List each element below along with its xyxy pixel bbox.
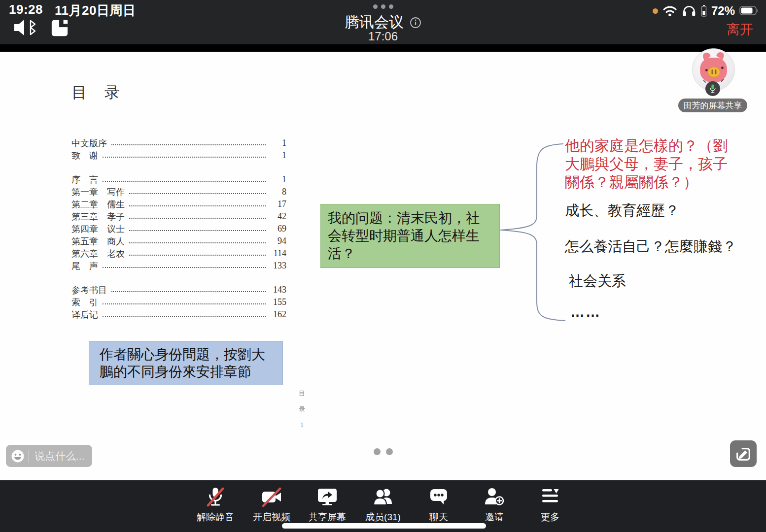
header-divider — [0, 44, 766, 52]
toc-entries: 中文版序1致 谢1序 言1第一章 写作8第二章 儒生17第三章 孝子42第四章 … — [71, 137, 286, 332]
toc-page-number: 1 — [269, 150, 286, 161]
meeting-timer: 17:06 — [0, 30, 766, 43]
toc-label: 中文版序 — [71, 137, 107, 149]
toc-dotted-leader — [103, 157, 266, 158]
mic-active-icon — [709, 84, 717, 94]
toolbar-chat-button[interactable]: 聊天 — [409, 485, 468, 524]
toc-label: 译后记 — [71, 309, 98, 321]
status-and-meeting-header: 19:28 11月20日周日 腾讯会议 17:06 — [0, 0, 766, 44]
battery-icon — [739, 6, 759, 16]
toolbar-invite-button[interactable]: 邀请 — [465, 485, 524, 524]
members-icon — [371, 485, 395, 509]
toc-row: 序 言1 — [71, 173, 286, 186]
toolbar-label: 解除静音 — [197, 511, 234, 524]
toolbar-more-button[interactable]: 更多 — [521, 485, 580, 524]
toolbar-share-screen-button[interactable]: 共享屏幕 — [298, 485, 357, 524]
toc-row: 译后记162 — [71, 308, 286, 321]
tencent-meeting-screen: 19:28 11月20日周日 腾讯会议 17:06 — [0, 0, 766, 532]
headset-battery-icon — [701, 5, 707, 17]
toc-row: 第四章 议士69 — [71, 223, 286, 235]
presenter-name-pill: 田芳的屏幕共享 — [678, 99, 747, 112]
toc-row: 第二章 儒生17 — [71, 198, 286, 210]
toolbar-unmute-button[interactable]: 解除静音 — [186, 485, 245, 524]
toc-dotted-leader — [103, 267, 266, 268]
toc-title: 目录 — [71, 82, 138, 103]
annotation-item: …… — [570, 304, 601, 320]
toc-dotted-leader — [129, 218, 266, 219]
toc-dotted-leader — [129, 193, 266, 194]
toc-page-number: 162 — [269, 309, 286, 320]
more-menu-icon — [538, 485, 562, 509]
toc-page-number: 143 — [269, 285, 286, 295]
headphones-icon — [682, 4, 696, 17]
annotation-tool-button[interactable] — [730, 440, 757, 467]
toolbar-label: 共享屏幕 — [309, 511, 346, 524]
toc-dotted-leader — [103, 181, 266, 182]
screen-share-content: 目录 中文版序1致 谢1序 言1第一章 写作8第二章 儒生17第三章 孝子42第… — [0, 52, 766, 480]
toc-row: 第一章 写作8 — [71, 186, 286, 198]
home-indicator[interactable] — [282, 523, 486, 529]
invite-person-icon — [483, 485, 506, 509]
toc-dotted-leader — [111, 291, 266, 292]
toc-label: 第四章 议士 — [71, 223, 125, 235]
toc-page-number: 69 — [269, 224, 286, 234]
toc-row: 致 谢1 — [71, 149, 286, 162]
toc-group: 中文版序1致 谢1 — [71, 137, 286, 162]
toolbar-label: 聊天 — [429, 511, 448, 524]
info-icon[interactable] — [410, 17, 421, 29]
toc-row: 第六章 老农114 — [71, 247, 286, 260]
toc-label: 致 谢 — [71, 150, 98, 162]
toc-page-number: 94 — [269, 236, 286, 246]
toc-label: 第五章 商人 — [71, 235, 125, 247]
toc-page-number: 114 — [269, 248, 286, 259]
toc-page-number: 1 — [269, 174, 286, 185]
toolbar-label: 成员(31) — [365, 511, 401, 524]
toc-dotted-leader — [129, 242, 266, 243]
toolbar-members-button[interactable]: 成员(31) — [353, 485, 413, 524]
toc-row: 中文版序1 — [71, 137, 286, 149]
book-page-footer: 目 录 1 — [299, 389, 305, 429]
toc-page-number: 42 — [269, 211, 286, 222]
toolbar-start-video-button[interactable]: 开启视频 — [242, 485, 301, 524]
toc-row: 索 引155 — [71, 296, 286, 308]
toc-dotted-leader — [111, 144, 266, 145]
annotation-item: 社会关系 — [569, 271, 626, 291]
chat-bubble-icon — [427, 485, 451, 509]
annotation-item: 怎么養活自己？怎麼賺錢？ — [565, 237, 736, 257]
green-annotation-box: 我的问题：清末民初，社会转型时期普通人怎样生活？ — [320, 204, 500, 268]
toolbar-label: 更多 — [541, 511, 559, 524]
blue-annotation-box: 作者關心身份問題，按劉大鵬的不同身份來安排章節 — [89, 341, 283, 385]
toc-row: 参考书目143 — [71, 284, 286, 296]
presenter-mic-badge — [705, 81, 720, 96]
page-dot — [386, 448, 393, 455]
toc-row: 第三章 孝子42 — [71, 210, 286, 223]
camera-off-icon — [260, 485, 283, 509]
wifi-icon — [662, 5, 677, 17]
toc-label: 第二章 儒生 — [71, 199, 125, 210]
toc-page-number: 155 — [269, 297, 286, 307]
toc-label: 尾 声 — [71, 260, 98, 272]
toolbar-label: 邀请 — [485, 511, 504, 524]
page-indicator-dots — [0, 448, 766, 455]
leave-meeting-button[interactable]: 离开 — [727, 21, 753, 38]
toc-label: 参考书目 — [71, 284, 107, 296]
toc-label: 索 引 — [71, 297, 98, 308]
toc-label: 第一章 写作 — [71, 186, 125, 198]
toc-row: 第五章 商人94 — [71, 235, 286, 247]
toc-group: 序 言1第一章 写作8第二章 儒生17第三章 孝子42第四章 议士69第五章 商… — [71, 173, 286, 272]
battery-percent: 72% — [711, 4, 735, 18]
toolbar-label: 开启视频 — [253, 511, 290, 524]
toc-label: 第六章 老农 — [71, 248, 125, 260]
toc-page-number: 8 — [269, 187, 286, 197]
toc-label: 序 言 — [71, 174, 98, 186]
toc-dotted-leader — [129, 255, 266, 256]
footer-char: 1 — [300, 421, 304, 429]
mic-in-use-dot-icon — [653, 8, 658, 14]
toc-row: 尾 声133 — [71, 260, 286, 272]
multitask-dots-icon[interactable] — [0, 4, 766, 9]
red-annotation-text: 他的家庭是怎樣的？（劉大鵬與父母，妻子，孩子關係？親屬關係？） — [565, 136, 738, 191]
toc-dotted-leader — [129, 230, 266, 231]
status-right: 72% — [653, 4, 759, 18]
toc-dotted-leader — [103, 303, 266, 304]
toc-label: 第三章 孝子 — [71, 211, 125, 223]
